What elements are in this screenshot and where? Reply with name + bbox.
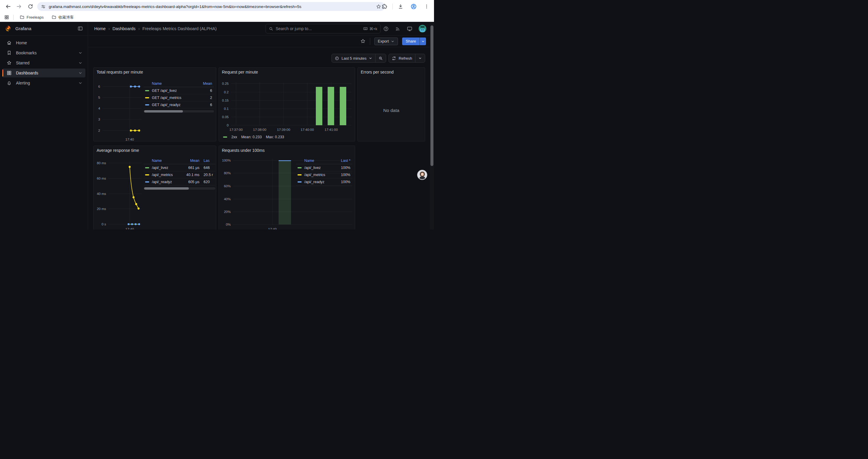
share-label[interactable]: Share: [402, 37, 420, 45]
panel-title[interactable]: Average response time: [97, 148, 139, 153]
series-pill: [298, 182, 302, 183]
panel-title[interactable]: Errors per second: [361, 70, 394, 74]
search-input[interactable]: Search or jump to... ⌘+k: [266, 24, 380, 33]
legend-col-mean[interactable]: Mean: [176, 159, 199, 163]
monitor-icon[interactable]: [407, 26, 412, 32]
user-avatar[interactable]: [418, 25, 426, 32]
zoom-out-icon: [378, 56, 383, 61]
sidebar-item-dashboards[interactable]: Dashboards: [2, 68, 85, 77]
panel-title[interactable]: Requests under 100ms: [222, 148, 265, 153]
favorite-star-icon[interactable]: [360, 38, 366, 44]
panel-request-per-minute[interactable]: Request per minute 0.25 0.2 0.15 0.1 0.0…: [219, 67, 355, 141]
series-name[interactable]: /api/_metrics: [152, 173, 176, 177]
share-button[interactable]: Share: [402, 37, 426, 45]
series-name[interactable]: /api/_readyz: [152, 180, 176, 184]
panel-errors-per-second[interactable]: Errors per second No data: [358, 67, 425, 141]
reload-icon[interactable]: [25, 1, 35, 11]
panel-title[interactable]: Request per minute: [222, 70, 258, 74]
time-range-picker[interactable]: Last 5 minutes: [332, 54, 375, 62]
dashboard-toolbar: Export Share: [88, 35, 434, 47]
export-button[interactable]: Export: [374, 37, 398, 45]
panel-under-100ms[interactable]: Requests under 100ms 100% 80% 60% 40% 20…: [219, 145, 355, 230]
news-rss-icon[interactable]: [395, 26, 401, 32]
series-name[interactable]: GET /api/_readyz: [152, 103, 196, 107]
legend-row[interactable]: /api/_livez 100%: [296, 164, 352, 171]
legend-col-last[interactable]: Las: [199, 159, 215, 163]
extensions-icon[interactable]: [379, 1, 390, 11]
x-tick: 17:41:00: [321, 128, 342, 132]
series-last: 646: [199, 166, 215, 170]
legend-col-name[interactable]: Name: [152, 159, 176, 163]
series-name[interactable]: /api/_readyz: [304, 180, 335, 184]
legend-col-last[interactable]: Last *: [335, 159, 352, 163]
grafana-logo[interactable]: [5, 25, 11, 32]
y-tick: 0.1: [217, 107, 229, 111]
bookmark-folder-blogs[interactable]: 收藏博客: [50, 14, 75, 21]
scrollbar-thumb[interactable]: [430, 25, 433, 166]
legend-row[interactable]: /api/_metrics 40.1 ms 20.5 r: [144, 171, 215, 178]
panel-avg-response-time[interactable]: Average response time 80 ms 60 ms 40 ms …: [93, 145, 216, 230]
panel-total-requests[interactable]: Total requests per minute 6 5 4 3 2 17:4…: [93, 67, 216, 141]
legend-col-name[interactable]: Name: [152, 81, 196, 86]
series-name[interactable]: /api/_livez: [152, 166, 176, 170]
legend-col-name[interactable]: Name: [304, 159, 335, 163]
downloads-icon[interactable]: [396, 1, 406, 11]
series-name[interactable]: 2xx: [231, 135, 237, 139]
series-max: Max: 0.233: [266, 135, 284, 139]
sidebar-item-home[interactable]: Home: [2, 38, 85, 47]
bookmark-label: 收藏博客: [59, 15, 74, 20]
breadcrumb-dashboards[interactable]: Dashboards: [113, 26, 135, 31]
browser-toolbar: grafana.mathmast.com/d/deytv4rwavabkb/fr…: [0, 0, 434, 13]
legend-row[interactable]: /api/_livez 661 µs 646: [144, 164, 215, 171]
legend-row[interactable]: /api/_readyz 605 µs 620: [144, 178, 215, 186]
chevron-down-icon[interactable]: [78, 61, 83, 65]
x-tick: 17:39:00: [273, 128, 294, 132]
back-icon[interactable]: [3, 1, 13, 11]
search-shortcut: ⌘+k: [363, 26, 377, 31]
legend-scrollbar[interactable]: [144, 110, 214, 112]
apps-grid-icon[interactable]: [4, 15, 9, 20]
legend-scrollbar[interactable]: [144, 187, 215, 190]
help-icon[interactable]: [383, 26, 389, 32]
series-name[interactable]: GET /api/_metrics: [152, 96, 196, 100]
breadcrumb-separator: ›: [108, 26, 110, 31]
series-last: 100%: [335, 180, 352, 184]
series-name[interactable]: /api/_livez: [304, 166, 335, 170]
chevron-down-icon[interactable]: [78, 81, 83, 85]
sidebar-toggle-icon[interactable]: [78, 26, 83, 31]
assistant-avatar[interactable]: [417, 170, 427, 180]
y-tick: 5: [88, 95, 100, 100]
url-bar[interactable]: grafana.mathmast.com/d/deytv4rwavabkb/fr…: [37, 2, 385, 11]
forward-icon[interactable]: [14, 1, 24, 11]
legend-row[interactable]: /api/_metrics 100%: [296, 171, 352, 178]
share-menu-chevron[interactable]: [420, 37, 426, 45]
chevron-down-icon[interactable]: [78, 51, 83, 55]
dashboard-canvas: Last 5 minutes Refresh: [88, 47, 434, 230]
legend-row[interactable]: /api/_readyz 100%: [296, 178, 352, 186]
chevron-down-icon: [421, 40, 425, 43]
sidebar-item-alerting[interactable]: Alerting: [2, 78, 85, 88]
y-tick: 0.2: [217, 90, 229, 94]
browser-menu-icon[interactable]: [422, 1, 432, 11]
sidebar-item-bookmarks[interactable]: Bookmarks: [2, 48, 85, 57]
legend-row[interactable]: GET /api/_readyz 6: [144, 101, 214, 108]
legend-row[interactable]: GET /api/_livez 6: [144, 87, 214, 94]
sidebar-item-starred[interactable]: Starred: [2, 59, 85, 67]
url-text[interactable]: grafana.mathmast.com/d/deytv4rwavabkb/fr…: [49, 4, 373, 9]
chevron-down-icon: [391, 40, 395, 43]
bookmark-folder-freeleaps[interactable]: Freeleaps: [18, 14, 45, 21]
breadcrumb-home[interactable]: Home: [94, 26, 106, 31]
refresh-interval-chevron[interactable]: [415, 54, 425, 62]
refresh-button[interactable]: Refresh: [389, 54, 415, 62]
series-name[interactable]: /api/_metrics: [304, 173, 335, 177]
chevron-down-icon[interactable]: [78, 71, 83, 75]
series-name[interactable]: GET /api/_livez: [152, 89, 196, 93]
legend-col-mean[interactable]: Mean: [196, 81, 214, 86]
legend-row[interactable]: GET /api/_metrics 2: [144, 94, 214, 101]
panel-title[interactable]: Total requests per minute: [97, 70, 143, 74]
series-last: 100%: [335, 173, 352, 177]
zoom-out-button[interactable]: [375, 54, 386, 62]
page-scrollbar[interactable]: [430, 22, 434, 230]
profile-icon[interactable]: [409, 1, 418, 11]
site-settings-icon[interactable]: [41, 4, 46, 9]
